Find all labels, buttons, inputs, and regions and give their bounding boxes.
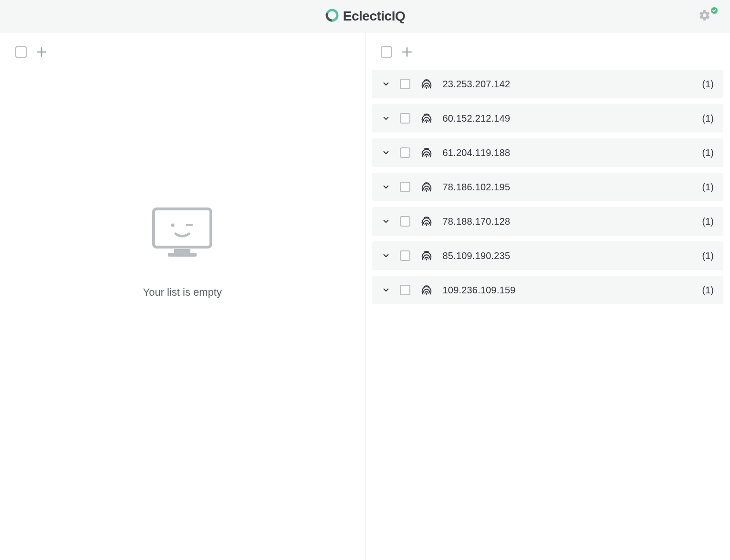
row-checkbox[interactable]	[400, 285, 410, 295]
add-button-right[interactable]	[401, 46, 413, 58]
indicator-count: (1)	[702, 147, 714, 158]
row-checkbox[interactable]	[400, 147, 410, 158]
chevron-down-icon[interactable]	[382, 217, 390, 226]
main-columns: Your list is empty 23.253.207.142(1)60.1…	[0, 32, 730, 560]
chevron-down-icon[interactable]	[382, 183, 390, 191]
list-item[interactable]: 60.152.212.149(1)	[372, 104, 724, 133]
fingerprint-icon	[420, 77, 433, 91]
chevron-down-icon[interactable]	[382, 148, 390, 157]
indicator-value: 78.188.170.128	[443, 216, 693, 227]
left-panel-header	[0, 32, 365, 66]
select-all-checkbox-right[interactable]	[381, 46, 392, 58]
row-checkbox[interactable]	[400, 113, 410, 124]
list-item[interactable]: 109.236.109.159(1)	[372, 276, 724, 304]
brand-name: EclecticIQ	[343, 9, 405, 24]
left-panel: Your list is empty	[0, 32, 365, 560]
indicator-value: 23.253.207.142	[443, 79, 693, 90]
indicator-count: (1)	[702, 285, 714, 296]
svg-point-8	[171, 224, 175, 227]
list-item[interactable]: 23.253.207.142(1)	[372, 70, 724, 98]
add-button-left[interactable]	[35, 46, 48, 58]
list-item[interactable]: 85.109.190.235(1)	[372, 241, 724, 270]
empty-state-text: Your list is empty	[143, 286, 222, 299]
right-panel-header	[365, 32, 730, 66]
svg-rect-9	[186, 224, 193, 226]
indicator-count: (1)	[702, 79, 714, 90]
svg-rect-6	[174, 249, 190, 253]
row-checkbox[interactable]	[400, 182, 410, 192]
fingerprint-icon	[420, 146, 433, 159]
chevron-down-icon[interactable]	[382, 80, 390, 88]
indicator-count: (1)	[702, 216, 714, 227]
brand-logo: EclecticIQ	[325, 8, 405, 24]
select-all-checkbox-left[interactable]	[15, 46, 27, 58]
list-item[interactable]: 78.186.102.195(1)	[372, 173, 724, 201]
indicator-count: (1)	[702, 113, 714, 124]
monitor-smiley-icon	[149, 204, 216, 263]
indicator-value: 60.152.212.149	[443, 113, 693, 124]
fingerprint-icon	[420, 180, 433, 194]
gear-icon[interactable]	[699, 9, 711, 23]
brand-mark-icon	[325, 8, 339, 24]
app-header: EclecticIQ	[0, 0, 730, 32]
indicator-value: 109.236.109.159	[443, 285, 693, 296]
fingerprint-icon	[420, 249, 433, 262]
indicator-value: 61.204.119.188	[443, 147, 693, 158]
status-ok-icon	[711, 7, 718, 16]
row-checkbox[interactable]	[400, 250, 410, 261]
list-item[interactable]: 61.204.119.188(1)	[372, 138, 724, 167]
indicator-value: 78.186.102.195	[443, 182, 693, 193]
indicator-count: (1)	[702, 250, 714, 261]
list-item[interactable]: 78.188.170.128(1)	[372, 207, 724, 236]
empty-state: Your list is empty	[0, 66, 365, 560]
right-panel: 23.253.207.142(1)60.152.212.149(1)61.204…	[365, 32, 730, 560]
fingerprint-icon	[420, 215, 433, 228]
row-checkbox[interactable]	[400, 79, 410, 89]
fingerprint-icon	[420, 112, 433, 125]
indicator-list: 23.253.207.142(1)60.152.212.149(1)61.204…	[365, 66, 730, 310]
chevron-down-icon[interactable]	[382, 286, 390, 294]
indicator-value: 85.109.190.235	[443, 250, 693, 261]
chevron-down-icon[interactable]	[382, 114, 390, 123]
svg-rect-5	[154, 209, 211, 247]
indicator-count: (1)	[702, 182, 714, 193]
chevron-down-icon[interactable]	[382, 251, 390, 260]
svg-rect-7	[168, 253, 197, 257]
row-checkbox[interactable]	[400, 216, 410, 227]
fingerprint-icon	[420, 283, 433, 297]
